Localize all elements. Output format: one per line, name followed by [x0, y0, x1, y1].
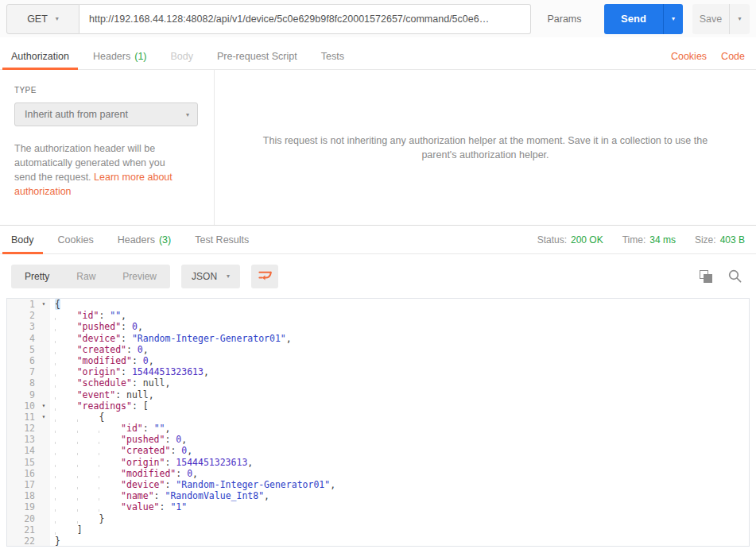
code-line-content[interactable]: "name": "RandomValue_Int8",	[50, 490, 749, 501]
tab-label: Tests	[321, 51, 344, 62]
code-line: 6"modified": 0,	[7, 355, 749, 366]
code-token: "Random-Integer-Generator01"	[132, 333, 286, 344]
save-dropdown-button[interactable]: ▾	[729, 4, 750, 34]
fold-caret-icon[interactable]: ▾	[37, 299, 50, 310]
fold-caret-icon[interactable]: ▾	[37, 400, 50, 412]
save-split-button: Save ▾	[692, 4, 750, 34]
tab-pre-request-script[interactable]: Pre-request Script	[217, 44, 297, 69]
code-line-content[interactable]: }	[50, 513, 749, 524]
code-line-content[interactable]: "created": 0,	[50, 445, 749, 456]
line-number: 1	[7, 299, 37, 310]
line-number: 7	[7, 366, 37, 377]
code-line-content[interactable]: "origin": 1544451323613,	[50, 457, 749, 468]
tab-authorization[interactable]: Authorization	[11, 44, 69, 69]
wrap-text-button[interactable]	[251, 265, 278, 288]
cookies-link[interactable]: Cookies	[671, 51, 707, 62]
code-token: :	[126, 344, 138, 355]
code-editor[interactable]: 1▾{2"id": "",3"pushed": 0,4"device": "Ra…	[6, 298, 750, 547]
tab-response-body[interactable]: Body	[11, 226, 34, 253]
time-label: Time:	[622, 234, 646, 246]
fold-gutter	[37, 524, 50, 535]
tab-label: Headers	[118, 234, 155, 246]
code-link[interactable]: Code	[721, 51, 745, 62]
code-line-content[interactable]: "id": "",	[50, 423, 749, 434]
code-token: :	[165, 434, 176, 445]
fold-gutter	[37, 501, 50, 512]
code-line-content[interactable]: "origin": 1544451323613,	[50, 366, 749, 377]
code-line-content[interactable]: {	[50, 299, 749, 310]
fold-gutter	[37, 457, 50, 468]
fold-gutter	[37, 333, 50, 344]
code-line-content[interactable]: "id": "",	[50, 310, 749, 321]
auth-type-label: TYPE	[14, 86, 200, 95]
code-token: "RandomValue_Int8"	[165, 490, 264, 501]
code-line-content[interactable]: "pushed": 0,	[50, 434, 749, 445]
save-button[interactable]: Save	[692, 4, 729, 34]
send-split-button: Send ▾	[604, 4, 683, 34]
tab-test-results[interactable]: Test Results	[195, 226, 249, 253]
code-token: "event"	[77, 389, 115, 400]
view-mode-raw[interactable]: Raw	[63, 265, 109, 288]
language-dropdown[interactable]: JSON ▾	[181, 265, 240, 288]
line-number: 4	[7, 333, 37, 344]
auth-type-column: TYPE Inherit auth from parent ▾ The auth…	[0, 70, 215, 225]
toolbar-right-icons	[700, 269, 745, 283]
tab-tests[interactable]: Tests	[321, 44, 344, 69]
chevron-down-icon: ▾	[738, 15, 741, 22]
url-input[interactable]	[79, 4, 531, 34]
response-toolbar: Pretty Raw Preview JSON ▾	[0, 254, 756, 298]
code-token: }	[99, 513, 104, 524]
params-button[interactable]: Params	[531, 4, 598, 34]
send-dropdown-button[interactable]: ▾	[663, 4, 683, 34]
code-line: 11▾{	[7, 412, 749, 423]
code-line-content[interactable]: "readings": [	[50, 400, 749, 412]
code-token: ]	[77, 524, 83, 535]
fold-gutter	[37, 310, 50, 321]
code-line-content[interactable]: "modified": 0,	[50, 355, 749, 366]
code-token: 0	[132, 321, 138, 332]
fold-gutter	[37, 321, 50, 332]
auth-type-dropdown[interactable]: Inherit auth from parent ▾	[14, 102, 198, 126]
code-line-content[interactable]: "schedule": null,	[50, 377, 749, 389]
code-line-content[interactable]: "device": "Random-Integer-Generator01",	[50, 479, 749, 490]
code-line: 19"value": "1"	[7, 501, 749, 512]
code-line-content[interactable]: {	[50, 412, 749, 423]
code-line-content[interactable]: }	[50, 535, 749, 547]
code-token: ,	[286, 333, 292, 344]
tab-response-headers[interactable]: Headers (3)	[118, 226, 172, 253]
fold-gutter	[37, 479, 50, 490]
code-line-content[interactable]: "event": null,	[50, 389, 749, 400]
tab-headers[interactable]: Headers (1)	[93, 44, 147, 69]
method-dropdown[interactable]: GET ▾	[6, 4, 79, 34]
code-token: :	[165, 479, 176, 490]
code-line: 4"device": "Random-Integer-Generator01",	[7, 333, 749, 344]
method-label: GET	[27, 14, 48, 25]
view-mode-pretty[interactable]: Pretty	[11, 265, 63, 288]
code-line-content[interactable]: "created": 0,	[50, 344, 749, 355]
code-line-content[interactable]: "pushed": 0,	[50, 321, 749, 332]
code-line-content[interactable]: "value": "1"	[50, 501, 749, 512]
code-token: ,	[165, 423, 170, 434]
code-line: 1▾{	[7, 299, 749, 310]
code-line-content[interactable]: ]	[50, 524, 749, 535]
fold-gutter	[37, 535, 50, 547]
tab-body[interactable]: Body	[171, 44, 194, 69]
chevron-down-icon: ▾	[672, 15, 675, 22]
time-metric: Time: 34 ms	[622, 234, 676, 246]
fold-caret-icon[interactable]: ▾	[37, 412, 50, 423]
tab-label: Body	[11, 234, 34, 246]
tab-response-cookies[interactable]: Cookies	[58, 226, 94, 253]
copy-icon[interactable]	[700, 270, 712, 283]
fold-gutter	[37, 434, 50, 445]
code-token: }	[55, 535, 60, 547]
line-number: 18	[7, 490, 37, 501]
send-button[interactable]: Send	[604, 4, 663, 34]
code-line-content[interactable]: "modified": 0,	[50, 468, 749, 479]
code-token: "1"	[170, 501, 187, 512]
code-line-content[interactable]: "device": "Random-Integer-Generator01",	[50, 333, 749, 344]
fold-gutter	[37, 490, 50, 501]
search-icon[interactable]	[728, 269, 742, 283]
code-token: :	[154, 490, 165, 501]
view-mode-preview[interactable]: Preview	[109, 265, 170, 288]
code-token: ,	[181, 434, 187, 445]
